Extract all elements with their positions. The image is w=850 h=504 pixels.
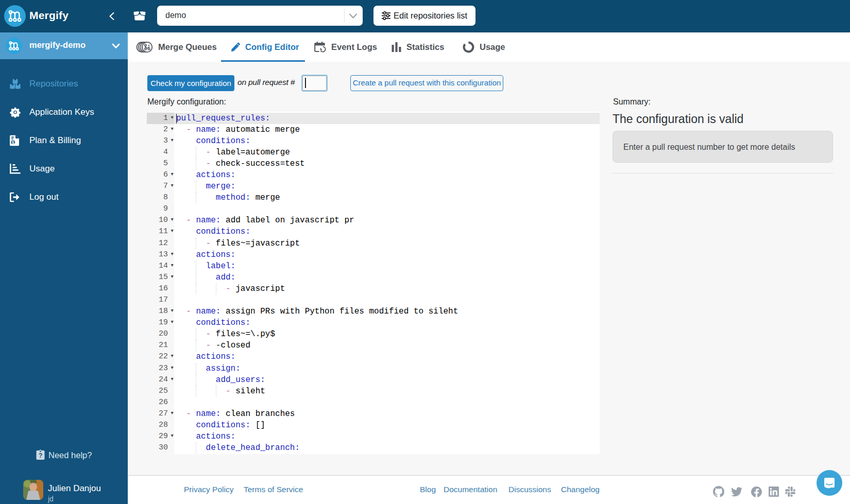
svg-text:?: ? — [39, 452, 42, 459]
svg-text:$: $ — [12, 140, 14, 145]
